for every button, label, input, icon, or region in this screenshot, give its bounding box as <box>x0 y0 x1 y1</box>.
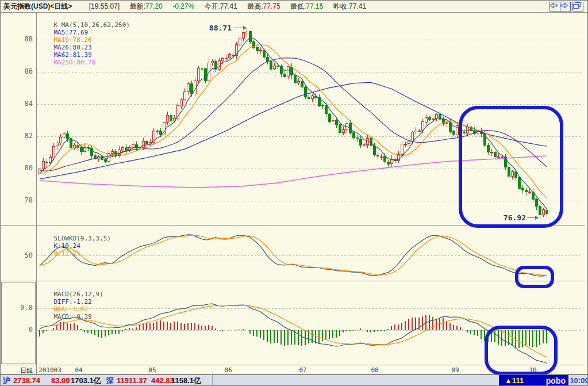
symbol-title: 美元指数(USD)<日线> <box>3 2 72 10</box>
month-tick-label: 06 <box>212 366 244 374</box>
cascade-windows-icon[interactable] <box>572 2 583 12</box>
ma250-value: MA250:80.78 <box>54 59 96 66</box>
slowkd-tick-label: 50 <box>2 251 33 259</box>
trough-price-annotation: 76.92 <box>494 213 526 222</box>
ma5-value: MA5:77.69 <box>54 29 89 36</box>
price-tick-label: 78 <box>2 196 33 204</box>
advance-badge: ▲111 pobo <box>499 375 568 386</box>
prev-close-price: 77.41 <box>349 2 366 10</box>
low-price: 77.15 <box>306 2 323 10</box>
macd-diff-value: DIFF:-1.22 <box>54 298 92 305</box>
open-price: 77.41 <box>220 2 237 10</box>
ma-params <box>57 21 62 29</box>
shenzhen-label: 深 <box>106 375 114 386</box>
shanghai-label: 沪 <box>3 375 10 386</box>
month-tick-label: 05 <box>136 366 168 374</box>
shenzhen-index: 11911.37 <box>117 375 147 386</box>
high-label: 最高: <box>247 2 263 10</box>
ma62-value: MA62:81.39 <box>54 51 92 59</box>
clock: 10:09 <box>569 375 588 386</box>
trading-terminal-window: 美元指数(USD)<日线> [19:55:07] 最新:77.20 -0.27%… <box>0 0 588 386</box>
shanghai-index: 2738.74 <box>13 375 40 386</box>
ma26-value: MA26:80.23 <box>54 44 92 51</box>
title-bar: 美元指数(USD)<日线> [19:55:07] 最新:77.20 -0.27%… <box>1 1 588 13</box>
price-tick-label: 80 <box>2 164 33 172</box>
macd-tick-label: 0.8 <box>2 304 33 312</box>
shanghai-change: 83.09 <box>51 375 70 386</box>
shenzhen-volume: 1158.1亿 <box>171 375 201 386</box>
change-percent: -0.27% <box>172 2 194 10</box>
peak-price-annotation: 88.71 <box>203 24 232 32</box>
period-selector[interactable]: 日线 <box>20 366 33 375</box>
slowkd-k-value: K:10.24 <box>54 242 80 250</box>
quote-time: [19:55:07] <box>89 2 120 10</box>
app-logo: pobo <box>546 375 566 386</box>
last-price: 77.20 <box>145 2 163 10</box>
slowkd-name: SLOWKD(9,3,3,5) <box>54 235 111 242</box>
price-tick-label: 88 <box>2 35 33 43</box>
macd-name: MACD(26,12,9) <box>54 291 103 298</box>
status-divider <box>212 375 213 385</box>
month-tick-label: 09 <box>439 366 471 374</box>
price-tick-label: 86 <box>2 67 33 75</box>
last-label: 最新: <box>129 2 145 10</box>
low-label: 最低: <box>290 2 306 10</box>
month-tick-label: 10 <box>517 366 549 374</box>
kline-header: K MA(5,10,26,62,250) MA5:77.69 MA10:78.2… <box>39 14 130 74</box>
prev-arrow-icon[interactable] <box>549 2 560 12</box>
price-tick-label: 84 <box>2 100 33 108</box>
month-tick-label: 07 <box>287 366 319 374</box>
macd-dea-value: DEA:-1.02 <box>54 305 89 313</box>
advancers-count: ▲111 <box>505 375 524 386</box>
ma10-value: MA10:78.26 <box>54 36 92 44</box>
prev-close-label: 昨收: <box>333 2 349 10</box>
month-tick-label: 201003 <box>34 366 66 374</box>
open-label: 今开: <box>205 2 220 10</box>
month-tick-label: 08 <box>359 366 391 374</box>
macd-tick-label: 0 <box>2 326 33 334</box>
shenzhen-change: 442.83 <box>151 375 174 386</box>
next-arrow-icon[interactable] <box>560 2 571 12</box>
status-bar: 沪 2738.74 83.09 1703.1亿 深 11911.37 442.8… <box>1 374 588 386</box>
macd-hist-value: MACD:-0.39 <box>54 313 92 320</box>
month-tick-label: 04 <box>63 366 95 374</box>
slowkd-header: SLOWKD(9,3,3,5) K:10.24 D:11.75 <box>39 227 111 265</box>
shanghai-volume: 1703.1亿 <box>71 375 101 386</box>
high-price: 77.75 <box>263 2 280 10</box>
slowkd-d-value: D:11.75 <box>54 250 80 257</box>
macd-header: MACD(26,12,9) DIFF:-1.22 DEA:-1.02 MACD:… <box>39 283 103 328</box>
price-tick-label: 82 <box>2 132 33 140</box>
